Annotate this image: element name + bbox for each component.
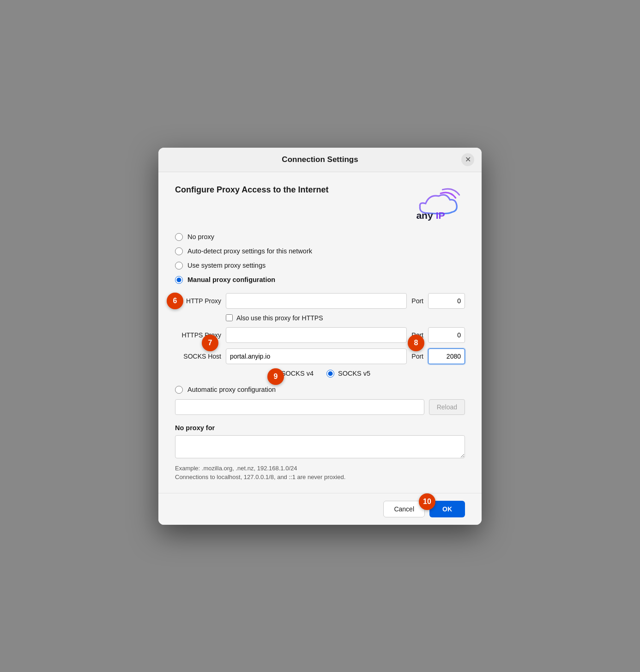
http-proxy-input[interactable] bbox=[226, 293, 407, 309]
svg-text:any: any bbox=[416, 210, 433, 220]
use-system-label: Use system proxy settings bbox=[187, 262, 266, 269]
socks-host-wrapper: SOCKS Host Port bbox=[175, 348, 465, 364]
header-row: Configure Proxy Access to the Internet bbox=[175, 185, 465, 222]
socks-host-row: SOCKS Host Port bbox=[175, 348, 465, 364]
proxy-radio-group: No proxy Auto-detect proxy settings for … bbox=[175, 233, 465, 284]
dialog-footer: 10 Cancel OK bbox=[158, 493, 482, 525]
also-https-checkbox[interactable] bbox=[226, 314, 233, 321]
auto-proxy-option[interactable]: Automatic proxy configuration bbox=[175, 386, 465, 394]
example-line1: Example: .mozilla.org, .net.nz, 192.168.… bbox=[175, 464, 465, 473]
socks-v4-label: SOCKS v4 bbox=[281, 370, 314, 377]
anyip-logo: any IP bbox=[405, 185, 465, 222]
step-badge-9: 9 bbox=[267, 368, 284, 385]
example-line2: Connections to localhost, 127.0.0.1/8, a… bbox=[175, 473, 465, 482]
https-port-input[interactable] bbox=[428, 327, 465, 343]
no-proxy-input[interactable] bbox=[175, 435, 465, 458]
socks-version-wrapper: 9 SOCKS v4 SOCKS v5 bbox=[175, 370, 465, 378]
also-https-row: Also use this proxy for HTTPS bbox=[226, 314, 465, 322]
http-proxy-row: HTTP Proxy Port bbox=[175, 293, 465, 309]
manual-proxy-option[interactable]: Manual proxy configuration bbox=[175, 276, 465, 284]
manual-proxy-radio[interactable] bbox=[175, 276, 183, 284]
step-badge-6: 6 bbox=[167, 293, 183, 309]
socks-v5-radio[interactable] bbox=[326, 370, 334, 378]
connection-settings-dialog: Connection Settings ✕ Configure Proxy Ac… bbox=[158, 148, 482, 525]
socks-host-input[interactable] bbox=[226, 348, 407, 364]
step-badge-7: 7 bbox=[202, 335, 218, 351]
use-system-radio[interactable] bbox=[175, 262, 183, 270]
auto-proxy-label: Automatic proxy configuration bbox=[187, 386, 276, 393]
socks-v5-label: SOCKS v5 bbox=[338, 370, 370, 377]
step-badge-10: 10 bbox=[419, 493, 435, 510]
socks-port-label: Port bbox=[411, 353, 423, 360]
close-button[interactable]: ✕ bbox=[461, 153, 474, 166]
http-proxy-wrapper: 6 HTTP Proxy Port bbox=[175, 293, 465, 309]
no-proxy-label: No proxy bbox=[187, 233, 214, 240]
auto-proxy-row: Reload bbox=[175, 399, 465, 415]
no-proxy-for-label: No proxy for bbox=[175, 424, 465, 432]
no-proxy-section: No proxy for Example: .mozilla.org, .net… bbox=[175, 424, 465, 482]
socks-v5-option[interactable]: SOCKS v5 bbox=[326, 370, 370, 378]
dialog-content: Configure Proxy Access to the Internet bbox=[158, 172, 482, 493]
section-title: Configure Proxy Access to the Internet bbox=[175, 185, 328, 195]
also-https-label[interactable]: Also use this proxy for HTTPS bbox=[236, 314, 323, 322]
auto-detect-label: Auto-detect proxy settings for this netw… bbox=[187, 247, 312, 255]
example-text: Example: .mozilla.org, .net.nz, 192.168.… bbox=[175, 464, 465, 482]
auto-proxy-url-input[interactable] bbox=[175, 399, 424, 415]
https-proxy-wrapper: 7 8 HTTPS Proxy Port bbox=[175, 327, 465, 343]
dialog-title: Connection Settings bbox=[282, 155, 358, 164]
auto-detect-option[interactable]: Auto-detect proxy settings for this netw… bbox=[175, 247, 465, 255]
http-port-input[interactable] bbox=[428, 293, 465, 309]
step-badge-8: 8 bbox=[408, 335, 424, 351]
auto-proxy-wrapper: Automatic proxy configuration Reload bbox=[175, 386, 465, 415]
title-bar: Connection Settings ✕ bbox=[158, 148, 482, 172]
auto-proxy-radio[interactable] bbox=[175, 386, 183, 394]
https-proxy-input[interactable] bbox=[226, 327, 407, 343]
socks-host-label: SOCKS Host bbox=[175, 353, 221, 360]
no-proxy-radio[interactable] bbox=[175, 233, 183, 241]
http-port-label: Port bbox=[411, 297, 423, 305]
use-system-option[interactable]: Use system proxy settings bbox=[175, 262, 465, 270]
svg-text:IP: IP bbox=[436, 210, 445, 220]
no-proxy-option[interactable]: No proxy bbox=[175, 233, 465, 241]
socks-port-input[interactable] bbox=[428, 348, 465, 364]
socks-version-row: SOCKS v4 SOCKS v5 bbox=[175, 370, 465, 378]
manual-proxy-section: 6 HTTP Proxy Port Also use this proxy fo… bbox=[175, 293, 465, 378]
reload-button[interactable]: Reload bbox=[429, 399, 465, 415]
auto-detect-radio[interactable] bbox=[175, 247, 183, 255]
anyip-logo-svg: any IP bbox=[405, 185, 465, 222]
manual-proxy-label: Manual proxy configuration bbox=[187, 276, 275, 283]
